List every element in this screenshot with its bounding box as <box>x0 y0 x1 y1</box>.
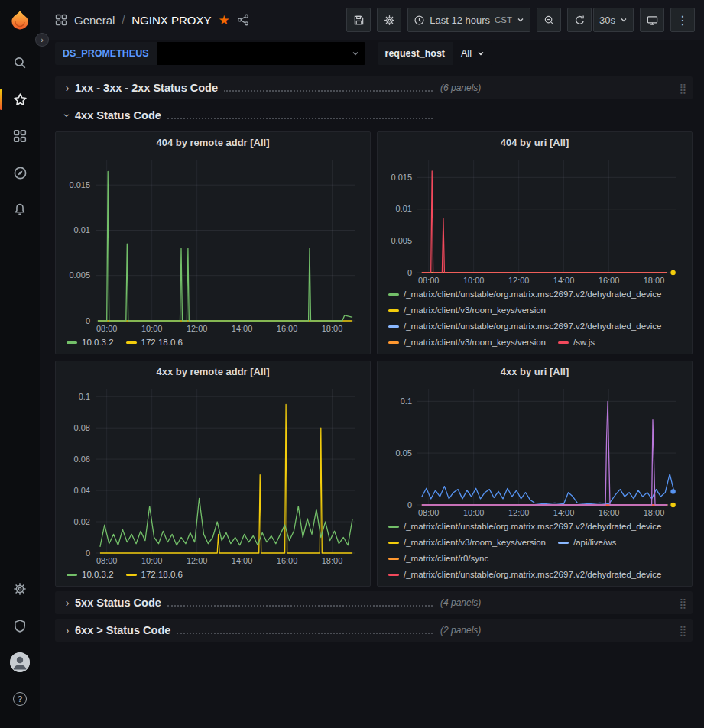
legend-series-swatch <box>126 574 137 576</box>
legend-item[interactable]: /_matrix/client/unstable/org.matrix.msc2… <box>388 519 662 534</box>
chevron-down-icon: › <box>61 108 73 123</box>
svg-text:10:00: 10:00 <box>141 324 163 333</box>
sidebar-expand-button[interactable]: › <box>35 33 49 47</box>
sidebar-item-server-admin[interactable] <box>0 607 40 644</box>
sidebar-bottom: ? <box>0 571 40 717</box>
panel-title[interactable]: 4xx by remote addr [All] <box>62 366 364 383</box>
row-4xx[interactable]: › 4xx Status Code ⣿ <box>55 104 693 127</box>
legend-item[interactable]: /_matrix/client/v3/room_keys/version <box>388 303 546 318</box>
datasource-variable-select[interactable] <box>157 42 365 65</box>
legend-series-swatch <box>126 341 137 344</box>
svg-text:08:00: 08:00 <box>418 508 440 517</box>
row-5xx[interactable]: › 5xx Status Code (4 panels) ⣿ <box>55 591 693 614</box>
chevron-down-icon <box>517 16 524 24</box>
sidebar-item-search[interactable] <box>0 44 40 81</box>
chart-404-by-uri[interactable]: 00.0050.010.01508:0010:0012:0014:0016:00… <box>384 154 686 286</box>
legend-item[interactable]: 10.0.3.2 <box>67 335 114 350</box>
grafana-app: ? › General / NGINX PROXY ★ <box>0 0 704 728</box>
row-drag-handle[interactable]: ⣿ <box>679 83 686 94</box>
tv-mode-button[interactable] <box>640 8 664 32</box>
legend-series-swatch <box>67 574 77 576</box>
legend-series-swatch <box>388 293 399 296</box>
legend-item[interactable]: /_matrix/client/r0/sync <box>388 551 488 566</box>
svg-text:0.08: 0.08 <box>74 423 90 432</box>
legend-series-swatch <box>388 542 399 544</box>
svg-text:16:00: 16:00 <box>599 508 620 517</box>
panel-4xx-by-remote-addr: 4xx by remote addr [All] 00.020.040.060.… <box>55 361 371 587</box>
share-icon <box>237 14 249 26</box>
svg-text:14:00: 14:00 <box>232 556 253 565</box>
legend-item[interactable]: /sw.js <box>558 335 595 350</box>
svg-text:10:00: 10:00 <box>463 508 485 517</box>
sidebar-item-help[interactable]: ? <box>0 681 40 717</box>
legend-series-swatch <box>388 574 399 576</box>
svg-text:12:00: 12:00 <box>508 276 530 285</box>
save-dashboard-button[interactable] <box>346 8 371 32</box>
request-host-variable-select[interactable]: All <box>453 42 492 65</box>
chart-404-by-remote-addr[interactable]: 00.0050.010.01508:0010:0012:0014:0016:00… <box>62 154 364 334</box>
row-dotted-leader <box>167 605 433 607</box>
legend: 10.0.3.2172.18.0.6 <box>62 566 364 584</box>
dashboard-settings-button[interactable] <box>377 8 401 32</box>
legend-item[interactable]: 172.18.0.6 <box>126 335 183 350</box>
sidebar-item-profile[interactable] <box>0 644 40 681</box>
bell-icon <box>13 202 27 216</box>
row-dotted-leader <box>167 118 433 119</box>
svg-text:16:00: 16:00 <box>277 556 298 565</box>
row-dotted-leader <box>177 633 433 634</box>
chart-4xx-by-uri[interactable]: 00.050.108:0010:0012:0014:0016:0018:00 <box>384 383 686 518</box>
legend-item[interactable]: 10.0.3.2 <box>67 567 114 582</box>
row-dotted-leader <box>224 90 433 92</box>
chevron-right-icon: › <box>60 624 75 636</box>
legend-item[interactable]: /_matrix/client/unstable/org.matrix.msc2… <box>388 567 662 582</box>
svg-text:08:00: 08:00 <box>96 324 118 333</box>
sidebar-item-dashboards[interactable] <box>0 118 40 154</box>
row-drag-handle[interactable]: ⣿ <box>679 625 686 636</box>
sidebar-item-starred[interactable] <box>0 81 40 118</box>
row-6xx[interactable]: › 6xx > Status Code (2 panels) ⣿ <box>55 619 693 642</box>
share-button[interactable] <box>237 14 249 26</box>
chart-svg: 00.050.108:0010:0012:0014:0016:0018:00 <box>384 383 686 518</box>
svg-text:0.01: 0.01 <box>74 225 90 235</box>
dashboard-title: NGINX PROXY <box>131 14 211 27</box>
legend-item[interactable]: /_matrix/client/unstable/org.matrix.msc2… <box>388 286 662 302</box>
sidebar-item-alerting[interactable] <box>0 191 40 228</box>
row-title: 5xx Status Code <box>75 597 161 609</box>
legend-item[interactable]: /_matrix/client/v3/room_keys/version <box>388 335 546 350</box>
row-1xx-3xx-2xx[interactable]: › 1xx - 3xx - 2xx Status Code (6 panels)… <box>55 76 693 99</box>
more-options-kebab-button[interactable]: ⋮ <box>670 8 695 32</box>
svg-text:0.1: 0.1 <box>79 392 90 401</box>
sidebar-item-explore[interactable] <box>0 154 40 191</box>
sidebar-item-configuration[interactable] <box>0 571 40 607</box>
svg-text:0.06: 0.06 <box>74 455 90 464</box>
panel-4xx-by-uri: 4xx by uri [All] 00.050.108:0010:0012:00… <box>377 361 693 587</box>
panel-grid: 404 by remote addr [All] 00.0050.010.015… <box>55 131 693 587</box>
time-range-picker[interactable]: Last 12 hours CST <box>407 8 530 32</box>
panel-title[interactable]: 404 by uri [All] <box>384 137 686 154</box>
svg-text:0.1: 0.1 <box>401 396 412 406</box>
dashboards-grid-icon <box>13 129 27 143</box>
legend-series-label: /_matrix/client/unstable/org.matrix.msc2… <box>404 319 662 334</box>
svg-text:0: 0 <box>407 500 412 510</box>
panel-title[interactable]: 404 by remote addr [All] <box>62 137 364 154</box>
legend-series-label: /api/live/ws <box>573 535 616 550</box>
row-drag-handle[interactable]: ⣿ <box>679 597 686 609</box>
legend-item[interactable]: /_matrix/client/v3/room_keys/version <box>388 535 546 550</box>
svg-text:08:00: 08:00 <box>96 556 118 565</box>
favorite-star-icon[interactable]: ★ <box>218 14 229 27</box>
svg-text:14:00: 14:00 <box>232 324 253 333</box>
legend-item[interactable]: 172.18.0.6 <box>126 567 183 582</box>
legend: /_matrix/client/unstable/org.matrix.msc2… <box>384 286 686 351</box>
legend-series-label: /_matrix/client/v3/room_keys/version <box>404 535 546 550</box>
zoom-out-time-button[interactable] <box>537 8 561 32</box>
breadcrumb-folder[interactable]: General <box>74 14 115 27</box>
legend-item[interactable]: /_matrix/client/unstable/org.matrix.msc2… <box>388 319 662 334</box>
refresh-interval-dropdown[interactable]: 30s <box>593 8 634 32</box>
grafana-logo[interactable] <box>7 8 33 34</box>
legend-item[interactable]: /api/live/ws <box>558 535 616 550</box>
svg-text:12:00: 12:00 <box>187 324 208 333</box>
timezone-label: CST <box>495 15 512 24</box>
refresh-button[interactable] <box>567 8 592 32</box>
chart-4xx-by-remote-addr[interactable]: 00.020.040.060.080.108:0010:0012:0014:00… <box>62 383 364 566</box>
panel-title[interactable]: 4xx by uri [All] <box>384 366 686 383</box>
